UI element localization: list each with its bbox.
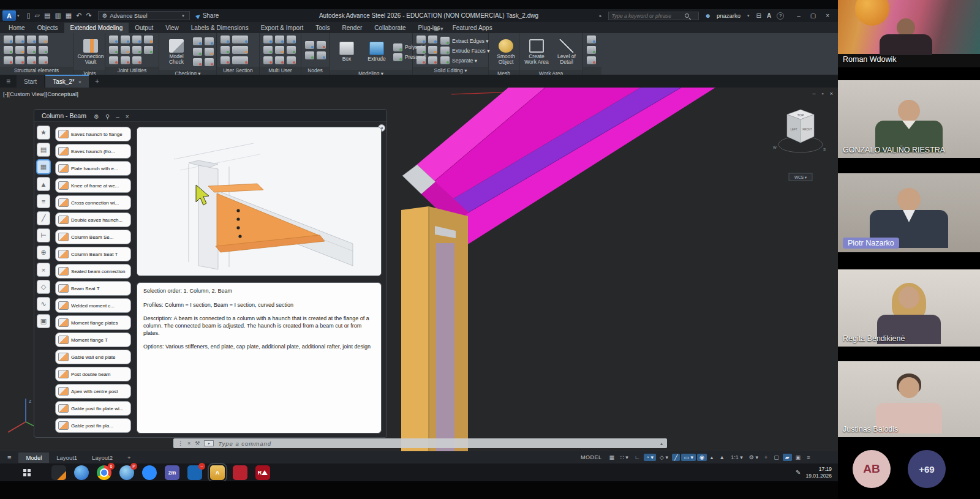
connection-list-item[interactable]: Knee of frame at we... [55, 178, 131, 193]
tool-icon[interactable] [121, 46, 130, 54]
tool-icon[interactable] [263, 46, 273, 54]
connection-list-item[interactable]: Column Beam Seat T [55, 247, 131, 261]
command-line[interactable]: ⋮ × ⚒ ▸ Type a command ▴ [173, 438, 667, 448]
toolbar-toggle-icon[interactable]: ▣ ▾ [429, 24, 448, 34]
tool-icon[interactable] [428, 56, 437, 64]
tool-icon[interactable] [121, 56, 130, 64]
tool-icon[interactable] [39, 46, 48, 54]
panel-label[interactable]: Solid Editing ▾ [413, 67, 488, 75]
tab-model[interactable]: Model [18, 452, 49, 463]
category-button[interactable]: ╱ [37, 211, 50, 225]
chevron-down-icon[interactable]: ▾ [747, 13, 750, 18]
application-menu-button[interactable]: A [2, 10, 16, 21]
taskbar-app-icon[interactable]: 6 [97, 465, 111, 480]
chevron-right-icon[interactable]: ▸ [600, 13, 602, 18]
search-icon[interactable] [685, 13, 689, 18]
connection-list-item[interactable]: Post double beam [55, 367, 131, 381]
taskbar-app-icon[interactable]: P [119, 465, 134, 480]
participant-video[interactable]: Roman Wdowik [838, 0, 980, 67]
viewcube-south[interactable]: S [823, 148, 826, 151]
share-button[interactable]: ▶ Share [196, 12, 219, 19]
file-tabs-menu-icon[interactable]: ≡ [0, 77, 17, 88]
viewport-control-button[interactable]: ▫ [822, 91, 824, 97]
category-button[interactable]: ⊕ [37, 246, 50, 260]
connection-list-item[interactable]: Gable post fin plate wi... [55, 401, 131, 416]
start-button[interactable] [23, 469, 31, 476]
category-button[interactable]: ≡ [37, 194, 50, 208]
panel-label[interactable]: Multi User [260, 67, 301, 75]
command-expand-icon[interactable]: ▴ [660, 441, 663, 446]
participant-video[interactable]: Justinas Balodis [838, 361, 980, 437]
create-work-area-button[interactable]: Create Work Area [523, 35, 550, 69]
file-tab-task2[interactable]: Task_2*× [45, 75, 89, 88]
tool-icon[interactable] [109, 46, 118, 54]
category-button[interactable]: × [37, 263, 50, 277]
category-button[interactable]: ★ [37, 126, 50, 140]
tool-icon[interactable] [27, 36, 36, 43]
tool-icon[interactable] [263, 36, 273, 43]
tool-icon[interactable] [417, 56, 426, 64]
tool-icon[interactable] [587, 56, 596, 64]
model-space-toggle[interactable]: MODEL [581, 454, 602, 460]
connection-list-item[interactable]: Gable wall end plate [55, 350, 131, 364]
taskbar-app-icon[interactable] [278, 465, 293, 480]
tool-icon[interactable] [109, 56, 118, 64]
tool-icon[interactable] [232, 46, 248, 54]
tool-icon[interactable] [109, 36, 118, 43]
tool-icon[interactable] [417, 36, 426, 43]
tool-icon[interactable] [275, 56, 284, 64]
status-toggle-icon[interactable]: 1:1 ▾ [728, 454, 745, 461]
status-toggle-icon[interactable]: ▲ [717, 454, 727, 461]
command-customize-icon[interactable]: ⚒ [195, 440, 200, 446]
status-toggle-icon[interactable]: + [762, 454, 770, 461]
tool-icon[interactable] [27, 46, 36, 54]
tool-icon[interactable] [221, 46, 230, 54]
taskbar-app-icon[interactable] [74, 465, 89, 480]
connection-vault-button[interactable]: Connection Vault [77, 35, 104, 69]
ribbon-tab[interactable]: Objects [31, 23, 64, 33]
palette-header-icon[interactable]: ⚲ [102, 113, 113, 120]
status-toggle-icon[interactable]: ▴ [708, 454, 716, 461]
new-drawing-tab-button[interactable]: + [90, 77, 104, 88]
recent-commands-icon[interactable]: ▸ [204, 440, 214, 446]
qat-icon[interactable]: ↷ [86, 12, 91, 20]
viewcube-front-face[interactable]: FRONT [802, 128, 812, 131]
palette-header-icon[interactable]: ⚙ [91, 113, 102, 120]
separate-button[interactable]: Separate ▾ [440, 56, 489, 64]
tool-icon[interactable] [39, 56, 48, 64]
tab-layout2[interactable]: Layout2 [85, 452, 120, 463]
extract-edges-button[interactable]: Extract Edges ▾ [440, 37, 489, 45]
tool-icon[interactable] [221, 56, 230, 64]
status-toggle-icon[interactable]: ╱ [672, 454, 680, 461]
tool-icon[interactable] [121, 36, 130, 43]
connection-list-item[interactable]: Apex with centre post [55, 384, 131, 399]
ribbon-tab[interactable]: Extended Modeling [64, 23, 129, 33]
viewport-controls-label[interactable]: [-][Custom View][Conceptual] [3, 91, 78, 97]
qat-icon[interactable]: ▥ [55, 12, 61, 20]
tool-icon[interactable] [305, 51, 314, 59]
panel-label[interactable]: Joint Utilities [105, 67, 159, 75]
status-toggle-icon[interactable]: ⚙ ▾ [747, 454, 761, 461]
tool-icon[interactable] [132, 46, 141, 54]
tool-icon[interactable] [417, 46, 426, 54]
tool-icon[interactable] [587, 36, 596, 43]
taskbar-app-icon[interactable]: zm [165, 465, 179, 480]
connection-list-item[interactable]: Moment flange T [55, 332, 131, 347]
connection-list-item[interactable]: Gable post fin pla... [55, 418, 131, 433]
tool-icon[interactable] [132, 56, 141, 64]
ribbon-tab[interactable]: Featured Apps [447, 23, 499, 33]
status-toggle-icon[interactable]: ∷ ▾ [618, 454, 631, 461]
workspace-selector[interactable]: ⚙ Advance Steel ▾ [98, 11, 190, 20]
tool-icon[interactable] [263, 56, 273, 64]
file-tab-start[interactable]: Start [17, 75, 44, 88]
qat-icon[interactable]: ▦ [66, 12, 72, 20]
tool-icon[interactable] [317, 41, 326, 49]
palette-header-icon[interactable]: × [123, 113, 132, 120]
category-button[interactable]: ▦ [37, 160, 50, 174]
chevron-down-icon[interactable]: ▾ [17, 13, 20, 18]
panel-label[interactable]: Structural elements [0, 67, 73, 75]
status-toggle-icon[interactable]: ▦ [607, 454, 617, 461]
tool-icon[interactable] [193, 58, 202, 66]
panel-label[interactable]: Mesh [489, 70, 519, 75]
connection-list-item[interactable]: Column Beam Se... [55, 230, 131, 244]
